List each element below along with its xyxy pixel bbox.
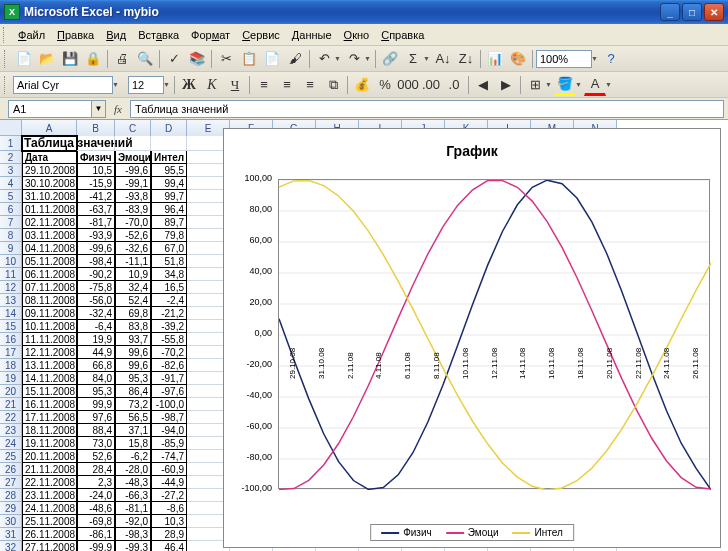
cell-B9[interactable]: -99,6 <box>77 242 115 255</box>
cell-A8[interactable]: 03.11.2008 <box>22 229 77 242</box>
comma-icon[interactable]: 000 <box>397 74 419 96</box>
cell-B5[interactable]: -41,2 <box>77 190 115 203</box>
cell-A5[interactable]: 31.10.2008 <box>22 190 77 203</box>
cell-D3[interactable]: 95,5 <box>151 164 187 177</box>
cell-C2[interactable]: Эмоци <box>115 151 151 164</box>
row-header-13[interactable]: 13 <box>0 294 22 307</box>
row-header-30[interactable]: 30 <box>0 515 22 528</box>
cell-D6[interactable]: 96,4 <box>151 203 187 216</box>
cell-D8[interactable]: 79,8 <box>151 229 187 242</box>
chart-legend[interactable]: Физич Эмоци Интел <box>370 524 574 541</box>
cell-C4[interactable]: -99,1 <box>115 177 151 190</box>
cell-C29[interactable]: -81,1 <box>115 502 151 515</box>
cell-C8[interactable]: -52,6 <box>115 229 151 242</box>
cell-B30[interactable]: -69,8 <box>77 515 115 528</box>
row-header-15[interactable]: 15 <box>0 320 22 333</box>
row-header-1[interactable]: 1 <box>0 136 22 151</box>
cell-D26[interactable]: -60,9 <box>151 463 187 476</box>
cell-B23[interactable]: 88,4 <box>77 424 115 437</box>
cell-C3[interactable]: -99,6 <box>115 164 151 177</box>
cell-C30[interactable]: -92,0 <box>115 515 151 528</box>
cell-B1[interactable] <box>77 136 115 151</box>
row-header-7[interactable]: 7 <box>0 216 22 229</box>
cell-C22[interactable]: 56,5 <box>115 411 151 424</box>
row-header-32[interactable]: 32 <box>0 541 22 551</box>
italic-button[interactable]: К <box>201 74 223 96</box>
col-header-B[interactable]: B <box>77 120 115 136</box>
cell-A18[interactable]: 13.11.2008 <box>22 359 77 372</box>
cell-B13[interactable]: -56,0 <box>77 294 115 307</box>
row-header-31[interactable]: 31 <box>0 528 22 541</box>
row-header-6[interactable]: 6 <box>0 203 22 216</box>
underline-button[interactable]: Ч <box>224 74 246 96</box>
cell-D19[interactable]: -91,7 <box>151 372 187 385</box>
formula-input[interactable]: Таблица значений <box>130 100 724 118</box>
cell-D14[interactable]: -21,2 <box>151 307 187 320</box>
cell-A4[interactable]: 30.10.2008 <box>22 177 77 190</box>
cell-B32[interactable]: -99,9 <box>77 541 115 551</box>
print-preview-icon[interactable]: 🔍 <box>134 48 156 70</box>
cell-D21[interactable]: -100,0 <box>151 398 187 411</box>
cell-B25[interactable]: 52,6 <box>77 450 115 463</box>
row-header-23[interactable]: 23 <box>0 424 22 437</box>
align-left-icon[interactable]: ≡ <box>253 74 275 96</box>
cell-B28[interactable]: -24,0 <box>77 489 115 502</box>
cell-A32[interactable]: 27.11.2008 <box>22 541 77 551</box>
col-header-A[interactable]: A <box>22 120 77 136</box>
col-header-C[interactable]: C <box>115 120 151 136</box>
cell-A15[interactable]: 10.11.2008 <box>22 320 77 333</box>
cell-A16[interactable]: 11.11.2008 <box>22 333 77 346</box>
cell-B3[interactable]: 10,5 <box>77 164 115 177</box>
cell-D22[interactable]: -98,7 <box>151 411 187 424</box>
cell-D27[interactable]: -44,9 <box>151 476 187 489</box>
cell-C26[interactable]: -28,0 <box>115 463 151 476</box>
menu-format[interactable]: Формат <box>185 27 236 43</box>
cell-B10[interactable]: -98,4 <box>77 255 115 268</box>
cell-A22[interactable]: 17.11.2008 <box>22 411 77 424</box>
cell-B16[interactable]: 19,9 <box>77 333 115 346</box>
row-header-24[interactable]: 24 <box>0 437 22 450</box>
help-icon[interactable]: ? <box>600 48 622 70</box>
cell-C18[interactable]: 99,6 <box>115 359 151 372</box>
cell-A10[interactable]: 05.11.2008 <box>22 255 77 268</box>
hyperlink-icon[interactable]: 🔗 <box>379 48 401 70</box>
menu-edit[interactable]: Правка <box>51 27 100 43</box>
row-header-3[interactable]: 3 <box>0 164 22 177</box>
cell-D29[interactable]: -8,6 <box>151 502 187 515</box>
cell-D9[interactable]: 67,0 <box>151 242 187 255</box>
cell-A25[interactable]: 20.11.2008 <box>22 450 77 463</box>
row-header-9[interactable]: 9 <box>0 242 22 255</box>
cell-B29[interactable]: -48,6 <box>77 502 115 515</box>
menu-window[interactable]: Окно <box>338 27 376 43</box>
cell-D24[interactable]: -85,9 <box>151 437 187 450</box>
cell-A26[interactable]: 21.11.2008 <box>22 463 77 476</box>
row-header-2[interactable]: 2 <box>0 151 22 164</box>
cell-A6[interactable]: 01.11.2008 <box>22 203 77 216</box>
cell-D32[interactable]: 46,4 <box>151 541 187 551</box>
increase-indent-icon[interactable]: ▶ <box>495 74 517 96</box>
cell-C21[interactable]: 73,2 <box>115 398 151 411</box>
cell-A7[interactable]: 02.11.2008 <box>22 216 77 229</box>
cell-C20[interactable]: 86,4 <box>115 385 151 398</box>
cell-A28[interactable]: 23.11.2008 <box>22 489 77 502</box>
save-icon[interactable]: 💾 <box>59 48 81 70</box>
open-icon[interactable]: 📂 <box>36 48 58 70</box>
row-header-20[interactable]: 20 <box>0 385 22 398</box>
format-painter-icon[interactable]: 🖌 <box>284 48 306 70</box>
cell-C11[interactable]: 10,9 <box>115 268 151 281</box>
cell-D7[interactable]: 89,7 <box>151 216 187 229</box>
row-header-29[interactable]: 29 <box>0 502 22 515</box>
borders-icon[interactable]: ⊞ <box>524 74 546 96</box>
print-icon[interactable]: 🖨 <box>111 48 133 70</box>
cut-icon[interactable]: ✂ <box>215 48 237 70</box>
align-center-icon[interactable]: ≡ <box>276 74 298 96</box>
permission-icon[interactable]: 🔒 <box>82 48 104 70</box>
cell-A12[interactable]: 07.11.2008 <box>22 281 77 294</box>
cell-B21[interactable]: 99,9 <box>77 398 115 411</box>
row-header-18[interactable]: 18 <box>0 359 22 372</box>
sort-desc-icon[interactable]: Z↓ <box>455 48 477 70</box>
cell-B6[interactable]: -63,7 <box>77 203 115 216</box>
cell-C32[interactable]: -99,3 <box>115 541 151 551</box>
increase-decimal-icon[interactable]: .00 <box>420 74 442 96</box>
cell-A21[interactable]: 16.11.2008 <box>22 398 77 411</box>
